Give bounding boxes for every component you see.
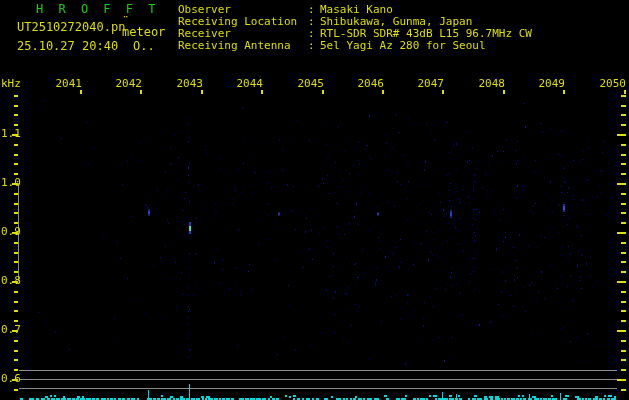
freq-axis-label: 1.1	[1, 128, 21, 140]
info-value: 5el Yagi Az 280 for Seoul	[320, 40, 486, 52]
app-title: H R O F F T	[36, 3, 159, 16]
freq-axis-label: 0.8	[1, 275, 21, 287]
info-label: Receiving Antenna	[178, 40, 291, 52]
freq-axis-label: 0.9	[1, 226, 21, 238]
freq-axis-label: 0.6	[1, 373, 21, 385]
frame-datetime: 25.10.27 20:40	[17, 40, 118, 53]
time-axis-label: 2048	[477, 78, 505, 90]
freq-axis-unit: kHz	[1, 78, 21, 90]
freq-axis-label: 0.7	[1, 324, 21, 336]
time-axis-label: 2046	[356, 78, 384, 90]
freq-axis-label: 1.0	[1, 177, 21, 189]
hrofft-screen: H R O F F T UT2510272040.pn ¨ meteor 25.…	[0, 0, 629, 400]
time-axis-label: 2043	[175, 78, 203, 90]
time-axis-label: 2042	[114, 78, 142, 90]
station-name: meteor	[122, 26, 165, 39]
time-axis-label: 2044	[235, 78, 263, 90]
info-colon: :	[308, 40, 315, 52]
status-indicator: O..	[133, 40, 155, 53]
time-axis-label: 2041	[54, 78, 82, 90]
time-axis-label: 2047	[416, 78, 444, 90]
spectrogram-canvas	[0, 0, 629, 400]
time-axis-label: 2050	[598, 78, 626, 90]
time-axis-label: 2049	[537, 78, 565, 90]
time-axis-label: 2045	[296, 78, 324, 90]
frame-filename: UT2510272040.pn	[17, 21, 125, 34]
